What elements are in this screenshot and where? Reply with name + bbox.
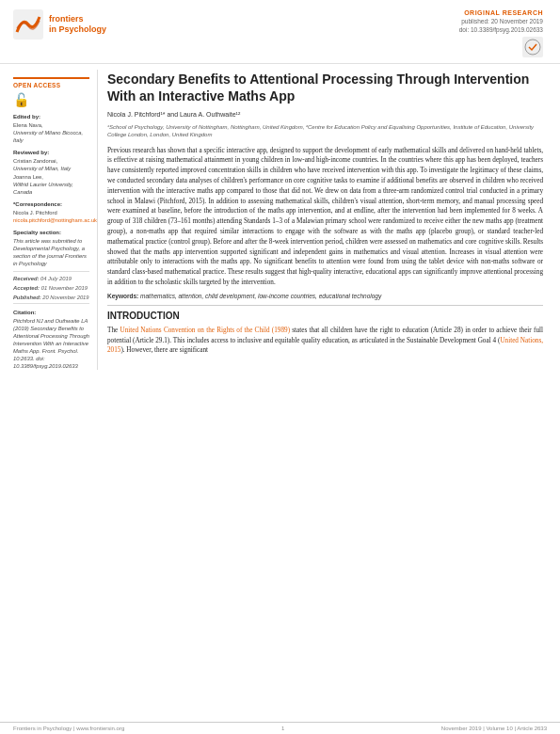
header: frontiers in Psychology ORIGINAL RESEARC… xyxy=(0,0,560,64)
correspondence-name: Nicola J. Pitchford xyxy=(13,209,89,216)
lock-icon: 🔓 xyxy=(13,92,89,108)
content-area: OPEN ACCESS 🔓 Edited by: Elena Nava, Uni… xyxy=(0,64,560,370)
citation-label: Citation: xyxy=(13,310,89,315)
edited-by-label: Edited by: xyxy=(13,114,89,120)
keywords-line: Keywords: mathematics, attention, child … xyxy=(107,293,543,299)
received-label: Received: 04 July 2019 xyxy=(13,276,89,281)
specialty-text: This article was submitted to Developmen… xyxy=(13,237,89,267)
reviewer1-name: Cristian Zandonai, xyxy=(13,157,89,165)
footer-left: Frontiers in Psychology | www.frontiersi… xyxy=(13,726,124,731)
editor1-name: Elena Nava, xyxy=(13,121,89,129)
reviewer1-affil: University of Milan, Italy xyxy=(13,165,89,172)
sidebar: OPEN ACCESS 🔓 Edited by: Elena Nava, Uni… xyxy=(13,70,98,370)
open-access-box: OPEN ACCESS 🔓 Edited by: Elena Nava, Uni… xyxy=(13,77,89,370)
citation-text: Pitchford NJ and Outhwaite LA (2019) Sec… xyxy=(13,317,89,371)
open-access-title: OPEN ACCESS xyxy=(13,77,89,88)
introduction-heading: INTRODUCTION xyxy=(107,305,543,321)
footer-page-number: 1 xyxy=(281,726,284,731)
affiliations: ¹School of Psychology, University of Not… xyxy=(107,123,543,139)
reviewer2-name: Joanna Lee, xyxy=(13,173,89,181)
page: frontiers in Psychology ORIGINAL RESEARC… xyxy=(0,0,560,734)
logo-area: frontiers in Psychology xyxy=(13,9,106,40)
editor1-affil: University of Milano Bicocca, Italy xyxy=(13,129,89,144)
reviewer2-affil: Wilfrid Laurier University, Canada xyxy=(13,181,89,196)
accepted-label: Accepted: 01 November 2019 xyxy=(13,285,89,291)
introduction-paragraph: The United Nations Convention on the Rig… xyxy=(107,326,543,356)
reviewed-by-label: Reviewed by: xyxy=(13,150,89,155)
un-convention-link[interactable]: United Nations Convention on the Rights … xyxy=(120,327,290,334)
un-link[interactable]: United Nations, 2015 xyxy=(107,337,543,355)
correspondence-email[interactable]: nicola.pitchford@nottingham.ac.uk xyxy=(13,217,97,223)
footer: Frontiers in Psychology | www.frontiersi… xyxy=(0,722,560,734)
original-research-badge: ORIGINAL RESEARCH xyxy=(464,9,543,16)
article-main: Secondary Benefits to Attentional Proces… xyxy=(98,70,543,370)
authors: Nicola J. Pitchford¹* and Laura A. Outhw… xyxy=(107,110,543,120)
article-title: Secondary Benefits to Attentional Proces… xyxy=(107,72,543,104)
published-label: Published: 20 November 2019 xyxy=(13,295,89,300)
specialty-label: Specialty section: xyxy=(13,230,89,235)
abstract-paragraph: Previous research has shown that a speci… xyxy=(107,146,543,288)
doi-text: doi: 10.3389/fpsyg.2019.02633 xyxy=(459,26,543,33)
check-badge-icon xyxy=(522,37,543,57)
correspondence-label: *Correspondence: xyxy=(13,201,89,207)
frontiers-logo-icon xyxy=(13,9,43,40)
footer-right: November 2019 | Volume 10 | Article 2633 xyxy=(441,726,547,731)
logo-line1: frontiers xyxy=(49,14,106,24)
header-right: ORIGINAL RESEARCH published: 20 November… xyxy=(459,9,543,57)
logo-line2: in Psychology xyxy=(49,24,106,35)
published-date-header: published: 20 November 2019 xyxy=(461,18,543,24)
logo-text-block: frontiers in Psychology xyxy=(49,14,106,35)
